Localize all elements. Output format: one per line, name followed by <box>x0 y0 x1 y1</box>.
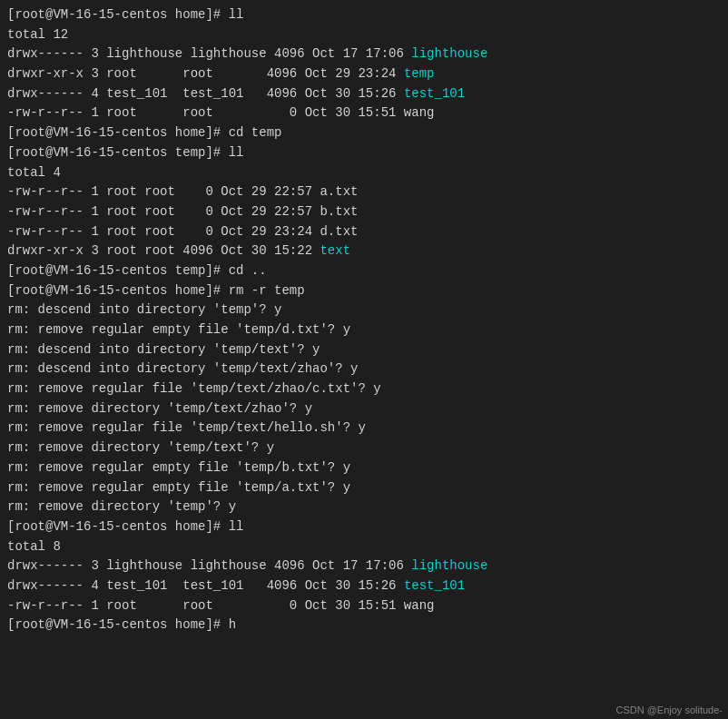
terminal-line: drwx------ 3 lighthouse lighthouse 4096 … <box>7 44 721 64</box>
terminal-line: rm: descend into directory 'temp/text/zh… <box>7 360 721 379</box>
terminal-line: rm: remove regular file 'temp/text/zhao/… <box>7 379 721 399</box>
terminal-line: -rw-r--r-- 1 root root 0 Oct 30 15:51 wa… <box>7 596 721 616</box>
terminal-line: [root@VM-16-15-centos home]# cd temp <box>7 123 721 143</box>
terminal-line: -rw-r--r-- 1 root root 0 Oct 30 15:51 wa… <box>7 103 721 123</box>
terminal-line: drwxr-xr-x 3 root root 4096 Oct 30 15:22… <box>7 241 721 261</box>
terminal-line: rm: remove regular file 'temp/text/hello… <box>7 419 721 438</box>
highlighted-filename: temp <box>404 66 435 81</box>
terminal-line: total 12 <box>7 25 721 45</box>
terminal-line: [root@VM-16-15-centos temp]# ll <box>7 143 721 163</box>
highlighted-filename: test_101 <box>404 86 465 101</box>
terminal-line: drwx------ 4 test_101 test_101 4096 Oct … <box>7 576 721 596</box>
terminal-line: rm: remove directory 'temp/text/zhao'? y <box>7 399 721 419</box>
terminal-line: -rw-r--r-- 1 root root 0 Oct 29 22:57 a.… <box>7 182 721 202</box>
highlighted-filename: lighthouse <box>411 46 487 61</box>
terminal-line: [root@VM-16-15-centos home]# h <box>7 616 721 635</box>
terminal-line: -rw-r--r-- 1 root root 0 Oct 29 23:24 d.… <box>7 222 721 242</box>
terminal-line: rm: remove directory 'temp'? y <box>7 497 721 517</box>
watermark: CSDN @Enjoy solitude- <box>615 704 723 715</box>
terminal-line: total 4 <box>7 163 721 183</box>
terminal-line: [root@VM-16-15-centos home]# ll <box>7 517 721 537</box>
terminal-line: drwx------ 3 lighthouse lighthouse 4096 … <box>7 556 721 576</box>
terminal-line: [root@VM-16-15-centos home]# rm -r temp <box>7 281 721 301</box>
terminal-line: drwxr-xr-x 3 root root 4096 Oct 29 23:24… <box>7 64 721 84</box>
terminal-line: -rw-r--r-- 1 root root 0 Oct 29 22:57 b.… <box>7 202 721 222</box>
terminal-line: rm: remove directory 'temp/text'? y <box>7 438 721 458</box>
highlighted-filename: test_101 <box>404 578 465 593</box>
terminal-line: total 8 <box>7 537 721 557</box>
terminal-line: rm: remove regular empty file 'temp/d.tx… <box>7 320 721 340</box>
highlighted-filename: text <box>320 243 350 258</box>
terminal-line: drwx------ 4 test_101 test_101 4096 Oct … <box>7 84 721 104</box>
highlighted-filename: lighthouse <box>411 558 487 573</box>
terminal-line: [root@VM-16-15-centos home]# ll <box>7 5 721 25</box>
terminal-line: rm: remove regular empty file 'temp/b.tx… <box>7 458 721 478</box>
terminal-line: rm: descend into directory 'temp/text'? … <box>7 340 721 360</box>
terminal: [root@VM-16-15-centos home]# lltotal 12d… <box>0 0 728 719</box>
terminal-line: [root@VM-16-15-centos temp]# cd .. <box>7 261 721 281</box>
terminal-line: rm: descend into directory 'temp'? y <box>7 300 721 320</box>
terminal-line: rm: remove regular empty file 'temp/a.tx… <box>7 478 721 498</box>
